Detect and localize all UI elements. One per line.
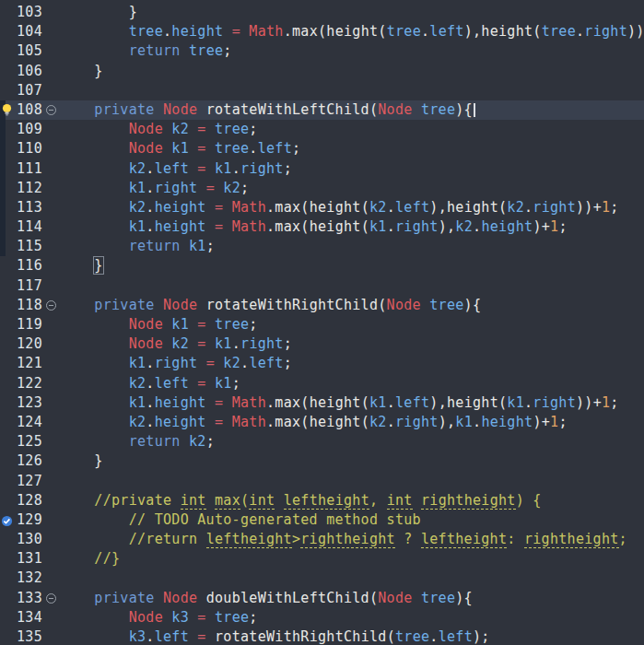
code-line[interactable]: 110 Node k1 = tree.left; (0, 139, 644, 158)
code-content (60, 81, 644, 100)
fold-collapse-icon[interactable] (46, 300, 56, 311)
code-token: k3 (171, 609, 189, 626)
code-token: ))+ (627, 23, 644, 40)
line-number[interactable]: 129 (14, 510, 42, 530)
line-number[interactable]: 113 (14, 198, 42, 217)
code-token: tree (421, 590, 455, 606)
gutter-marker-column (0, 217, 14, 237)
fold-column (42, 530, 60, 549)
code-line[interactable]: 128 //private int max(int leftheight, in… (0, 491, 644, 510)
line-number[interactable]: 125 (14, 432, 42, 452)
line-number[interactable]: 120 (14, 334, 42, 354)
code-line[interactable]: 127 (0, 472, 644, 491)
code-line[interactable]: 104 tree.height = Math.max(height(tree.l… (0, 22, 644, 41)
line-number[interactable]: 121 (14, 354, 42, 373)
code-line[interactable]: 117 (0, 276, 644, 296)
fold-collapse-icon[interactable] (46, 105, 56, 115)
line-number[interactable]: 105 (14, 41, 42, 61)
line-number[interactable]: 116 (14, 256, 42, 276)
line-number[interactable]: 112 (14, 179, 42, 198)
code-line[interactable]: 129 // TODO Auto-generated method stub (0, 510, 644, 530)
code-line[interactable]: 108 private Node rotateWithLeftChild(Nod… (0, 100, 644, 120)
code-line[interactable]: 103 } (0, 3, 644, 22)
code-line[interactable]: 105 return tree; (0, 41, 644, 61)
code-token: . (387, 394, 395, 411)
code-content: Node k2 = k1.right; (60, 334, 644, 354)
fold-column (42, 198, 60, 217)
line-number[interactable]: 122 (14, 374, 42, 393)
line-number[interactable]: 119 (14, 315, 42, 334)
line-number[interactable]: 117 (14, 276, 42, 296)
code-token (60, 433, 129, 450)
code-token (413, 101, 421, 118)
line-number[interactable]: 127 (14, 472, 42, 491)
code-token: k1 (455, 414, 473, 430)
line-number[interactable]: 115 (14, 237, 42, 256)
task-marker-icon[interactable] (1, 513, 13, 527)
code-token: return (129, 433, 181, 450)
line-number[interactable]: 118 (14, 296, 42, 315)
code-line[interactable]: 124 k2.height = Math.max(height(k2.right… (0, 413, 644, 432)
code-line[interactable]: 121 k1.right = k2.left; (0, 354, 644, 373)
line-number[interactable]: 109 (14, 120, 42, 139)
code-line[interactable]: 106 } (0, 62, 644, 81)
line-number[interactable]: 134 (14, 608, 42, 627)
code-line[interactable]: 115 return k1; (0, 237, 644, 256)
code-token: , (369, 492, 387, 509)
code-line[interactable]: 116 } (0, 256, 644, 276)
code-line[interactable]: 134 Node k3 = tree; (0, 608, 644, 627)
code-line[interactable]: 126 } (0, 452, 644, 471)
code-line[interactable]: 125 return k2; (0, 432, 644, 452)
line-number[interactable]: 104 (14, 22, 42, 41)
code-editor[interactable]: 103 }104 tree.height = Math.max(height(t… (0, 0, 644, 645)
code-line[interactable]: 132 (0, 569, 644, 588)
code-line[interactable]: 113 k2.height = Math.max(height(k2.left)… (0, 198, 644, 217)
code-content: k2.height = Math.max(height(k2.right),k1… (60, 413, 644, 432)
code-line[interactable]: 122 k2.left = k1; (0, 374, 644, 393)
line-number[interactable]: 124 (14, 413, 42, 432)
code-line[interactable]: 114 k1.height = Math.max(height(k1.right… (0, 217, 644, 237)
line-number[interactable]: 126 (14, 452, 42, 471)
line-number[interactable]: 111 (14, 159, 42, 179)
code-token: k1 (369, 394, 387, 411)
line-number[interactable]: 132 (14, 569, 42, 588)
code-line[interactable]: 130 //return leftheight>rightheight ? le… (0, 530, 644, 549)
code-line[interactable]: 135 k3.left = rotateWithRightChild(tree.… (0, 627, 644, 645)
code-token: .max(height( (266, 414, 369, 430)
line-number[interactable]: 131 (14, 549, 42, 569)
line-number[interactable]: 110 (14, 139, 42, 158)
code-token: ; (249, 609, 257, 626)
line-number[interactable]: 108 (14, 100, 42, 120)
line-number[interactable]: 106 (14, 62, 42, 81)
code-line[interactable]: 111 k2.left = k1.right; (0, 159, 644, 179)
code-line[interactable]: 131 //} (0, 549, 644, 569)
code-token (189, 628, 197, 645)
code-token (60, 335, 129, 352)
code-line[interactable]: 107 (0, 81, 644, 100)
line-number[interactable]: 130 (14, 530, 42, 549)
line-number[interactable]: 128 (14, 491, 42, 510)
code-line[interactable]: 120 Node k2 = k1.right; (0, 334, 644, 354)
code-line[interactable]: 123 k1.height = Math.max(height(k1.left)… (0, 393, 644, 413)
line-number[interactable]: 133 (14, 589, 42, 608)
code-content: private Node doubleWithLeftChild(Node tr… (60, 589, 644, 608)
code-token: = (206, 355, 215, 371)
code-token: . (524, 199, 533, 216)
line-number[interactable]: 123 (14, 393, 42, 413)
code-token: k2 (223, 180, 240, 196)
code-line[interactable]: 119 Node k1 = tree; (0, 315, 644, 334)
quickfix-lightbulb-icon[interactable] (1, 103, 13, 117)
line-number[interactable]: 103 (14, 3, 42, 22)
line-number[interactable]: 114 (14, 217, 42, 237)
code-line[interactable]: 109 Node k2 = tree; (0, 120, 644, 139)
code-line[interactable]: 133 private Node doubleWithLeftChild(Nod… (0, 589, 644, 608)
fold-collapse-icon[interactable] (46, 593, 56, 604)
line-number[interactable]: 107 (14, 81, 42, 100)
code-content: } (60, 256, 644, 276)
code-content: //} (60, 549, 644, 569)
code-token: k2 (189, 433, 206, 450)
code-line[interactable]: 118 private Node rotateWithRightChild(No… (0, 296, 644, 315)
line-number[interactable]: 135 (14, 627, 42, 645)
code-content: private Node rotateWithRightChild(Node t… (60, 296, 644, 315)
code-line[interactable]: 112 k1.right = k2; (0, 179, 644, 198)
